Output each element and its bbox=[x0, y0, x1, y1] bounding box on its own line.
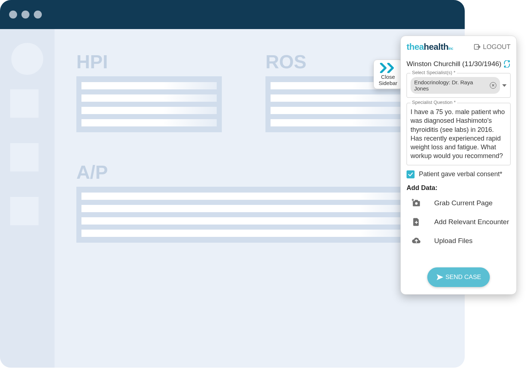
section-ap-title: A/P bbox=[76, 161, 447, 183]
camera-icon bbox=[412, 198, 421, 208]
placeholder-line bbox=[81, 82, 217, 89]
rail-item-3[interactable] bbox=[10, 197, 39, 225]
placeholder-line bbox=[81, 230, 409, 237]
send-case-button[interactable]: SEND CASE bbox=[427, 267, 490, 287]
avatar bbox=[11, 43, 43, 75]
upload-files-button[interactable]: Upload Files bbox=[412, 236, 511, 246]
specialist-question-field[interactable]: Specialist Question * I have a 75 yo. ma… bbox=[407, 103, 511, 165]
section-hpi-box bbox=[76, 76, 222, 132]
dropdown-caret-icon[interactable] bbox=[502, 84, 507, 87]
close-sidebar-label: Close Sidebar bbox=[376, 74, 400, 86]
cloud-upload-icon bbox=[412, 236, 421, 246]
consent-checkbox[interactable] bbox=[407, 170, 415, 178]
upload-files-label: Upload Files bbox=[434, 237, 473, 245]
specialist-select-label: Select Specialist(s) * bbox=[411, 70, 457, 75]
placeholder-line bbox=[271, 94, 406, 102]
rail-item-1[interactable] bbox=[10, 89, 39, 118]
panel-header: theahealthinc LOGOUT bbox=[407, 42, 511, 52]
thea-logo: theahealthinc bbox=[407, 42, 453, 52]
placeholder-line bbox=[271, 119, 406, 126]
section-ap: A/P bbox=[76, 161, 447, 243]
consent-label: Patient gave verbal consent* bbox=[419, 170, 502, 178]
placeholder-line bbox=[81, 205, 409, 212]
window-dot-2[interactable] bbox=[21, 11, 29, 19]
placeholder-line bbox=[81, 217, 409, 225]
file-add-icon bbox=[412, 217, 421, 227]
add-data-heading: Add Data: bbox=[407, 184, 511, 192]
window-titlebar bbox=[0, 0, 465, 29]
window-dot-3[interactable] bbox=[34, 11, 42, 19]
rail-items bbox=[0, 89, 55, 251]
emr-left-rail bbox=[0, 29, 55, 368]
add-encounter-button[interactable]: Add Relevant Encounter bbox=[412, 217, 511, 227]
svg-point-1 bbox=[415, 202, 418, 205]
add-encounter-label: Add Relevant Encounter bbox=[434, 218, 509, 226]
patient-name: Winston Churchill (11/30/1946) bbox=[407, 60, 501, 68]
logout-button[interactable]: LOGOUT bbox=[473, 43, 511, 51]
window-dot-1[interactable] bbox=[9, 11, 17, 19]
thea-sidebar-panel: theahealthinc LOGOUT Winston Churchill (… bbox=[400, 36, 517, 295]
grab-page-button[interactable]: Grab Current Page bbox=[412, 198, 511, 208]
logout-label: LOGOUT bbox=[483, 43, 511, 51]
placeholder-line bbox=[81, 94, 217, 102]
chevron-right-icon bbox=[376, 63, 400, 73]
specialist-chip-text: Endocrinology: Dr. Raya Jones bbox=[414, 79, 487, 92]
add-data-actions: Grab Current Page Add Relevant Encounter… bbox=[407, 198, 511, 246]
section-ap-box bbox=[76, 187, 415, 243]
rail-item-2[interactable] bbox=[10, 143, 39, 171]
placeholder-line bbox=[81, 107, 217, 114]
patient-row: Winston Churchill (11/30/1946) bbox=[407, 60, 511, 68]
remove-chip-icon[interactable]: ✕ bbox=[490, 82, 496, 89]
send-case-label: SEND CASE bbox=[445, 274, 481, 281]
placeholder-line bbox=[81, 193, 409, 200]
specialist-question-text[interactable]: I have a 75 yo. male patient who was dia… bbox=[411, 107, 507, 161]
placeholder-line bbox=[81, 119, 217, 126]
close-sidebar-button[interactable]: Close Sidebar bbox=[373, 60, 403, 89]
specialist-question-label: Specialist Question * bbox=[411, 100, 457, 105]
logout-icon bbox=[473, 43, 481, 50]
send-icon bbox=[436, 273, 444, 281]
section-hpi-title: HPI bbox=[76, 51, 222, 73]
consent-row: Patient gave verbal consent* bbox=[407, 170, 511, 178]
specialist-select[interactable]: Select Specialist(s) * Endocrinology: Dr… bbox=[407, 73, 511, 98]
placeholder-line bbox=[271, 107, 406, 114]
emr-window: HPI ROS bbox=[0, 0, 465, 368]
grab-page-label: Grab Current Page bbox=[434, 199, 493, 207]
check-icon bbox=[408, 171, 413, 177]
specialist-chip: Endocrinology: Dr. Raya Jones ✕ bbox=[411, 77, 500, 94]
refresh-patient-icon[interactable] bbox=[503, 60, 511, 68]
section-hpi: HPI bbox=[76, 51, 222, 132]
